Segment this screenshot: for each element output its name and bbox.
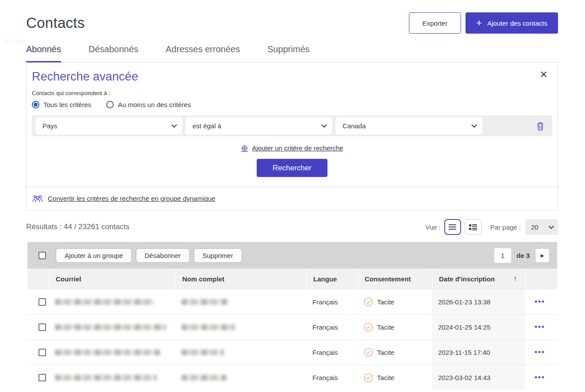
criteria-field-select[interactable]: Pays — [35, 117, 182, 135]
add-criterion-label: Ajouter un critère de recherche — [252, 144, 343, 152]
chevron-down-icon — [171, 122, 177, 128]
date-inscription-cell: 2023-11-15 17:40 — [432, 340, 525, 365]
redacted-email — [55, 350, 160, 355]
criteria-row: Pays est égal à Canada — [32, 115, 552, 136]
radio-all-label: Tous les critères — [43, 101, 91, 108]
top-bar: Contacts Exporter + Ajouter des contacts — [26, 0, 558, 34]
column-header-consentement[interactable]: Consentement — [358, 269, 432, 289]
convert-row: Convertir les critères de recherche en g… — [27, 187, 558, 210]
table-row: FrançaisTacite2024-01-25 14:25••• — [27, 314, 557, 339]
match-radio-group: Tous les critères Au moins un des critèr… — [32, 101, 552, 108]
add-criterion-row: ⊕ Ajouter un critère de recherche — [32, 144, 552, 152]
table-header-row: Courriel Nom complet Langue Consentement… — [27, 269, 557, 289]
criteria-value: Canada — [343, 122, 366, 130]
close-icon[interactable]: ✕ — [540, 70, 548, 80]
consent-check-icon — [364, 348, 373, 357]
match-label: Contacts qui correspondent à : — [32, 90, 552, 96]
redacted-email — [55, 324, 166, 330]
redacted-name — [181, 324, 235, 330]
redacted-name — [181, 350, 224, 355]
add-criterion-link[interactable]: ⊕ Ajouter un critère de recherche — [241, 144, 343, 152]
top-actions: Exporter + Ajouter des contacts — [409, 12, 558, 34]
redacted-name — [181, 299, 228, 305]
plus-icon: + — [476, 18, 482, 28]
langue-cell: Français — [306, 340, 358, 365]
per-page-value: 20 — [531, 223, 539, 231]
row-checkbox[interactable] — [38, 374, 46, 381]
langue-cell: Français — [306, 315, 358, 339]
page-number-input[interactable] — [494, 248, 511, 263]
langue-cell: Français — [306, 365, 358, 390]
column-header-date-inscription[interactable]: Date d'inscription ↑ — [432, 269, 525, 289]
list-view-icon — [449, 224, 456, 230]
list-view-button[interactable] — [444, 219, 461, 235]
search-button[interactable]: Rechercher — [257, 159, 327, 177]
radio-unselected-icon — [106, 101, 114, 108]
pagination: de 3 ▶ — [494, 248, 550, 263]
date-inscription-label: Date d'inscription — [439, 275, 495, 283]
column-header-langue[interactable]: Langue — [306, 269, 358, 289]
select-all-checkbox[interactable] — [38, 252, 46, 259]
per-page-select[interactable]: 20 — [525, 219, 558, 235]
page-total-label: de 3 — [516, 252, 530, 259]
results-summary: Résultats : 44 / 23261 contacts — [26, 223, 129, 231]
next-page-button[interactable]: ▶ — [535, 248, 550, 263]
row-checkbox[interactable] — [38, 349, 46, 356]
view-label: Vue : — [425, 223, 440, 231]
add-contacts-label: Ajouter des contacts — [487, 19, 547, 27]
tab-desabonnes[interactable]: Désabonnés — [89, 44, 138, 62]
table-toolbar: Ajouter à un groupe Désabonner Supprimer… — [27, 242, 557, 269]
tab-abonnes[interactable]: Abonnés — [26, 44, 61, 62]
header-actions-spacer — [525, 269, 557, 289]
contacts-page: 168 Mo Contacts Exporter + Ajouter des c… — [0, 0, 585, 392]
results-bar: Résultats : 44 / 23261 contacts Vue : Pa… — [26, 217, 558, 237]
tab-supprimes[interactable]: Supprimés — [267, 44, 310, 62]
tab-adresses-erronees[interactable]: Adresses erronées — [165, 44, 240, 62]
consent-label: Tacite — [377, 323, 394, 331]
row-checkbox[interactable] — [38, 323, 46, 331]
card-view-button[interactable] — [465, 219, 481, 235]
unsubscribe-button[interactable]: Désabonner — [136, 248, 190, 263]
faint-left-text: 168 Mo — [3, 37, 25, 45]
consent-label: Tacite — [377, 374, 394, 381]
row-checkbox[interactable] — [38, 298, 46, 306]
row-actions-button[interactable]: ••• — [531, 348, 545, 357]
chevron-down-icon — [321, 122, 327, 128]
criteria-operator-value: est égal à — [192, 122, 221, 130]
consent-cell: Tacite — [364, 373, 394, 382]
chevron-down-icon — [471, 122, 477, 128]
delete-button[interactable]: Supprimer — [194, 248, 242, 263]
radio-any-label: Au moins un des critères — [118, 101, 191, 108]
table-row: FrançaisTacite2023-03-02 14:43••• — [27, 365, 557, 390]
redacted-email — [55, 299, 154, 305]
radio-all-criteria[interactable]: Tous les critères — [32, 101, 91, 108]
add-to-group-button[interactable]: Ajouter à un groupe — [56, 248, 132, 263]
consent-check-icon — [364, 373, 373, 382]
convert-to-dynamic-group-link[interactable]: Convertir les critères de recherche en g… — [48, 195, 216, 202]
date-inscription-cell: 2023-03-02 14:43 — [432, 365, 525, 390]
column-header-courriel[interactable]: Courriel — [49, 269, 175, 289]
date-inscription-cell: 2024-01-25 14:25 — [432, 315, 525, 339]
column-header-nom-complet[interactable]: Nom complet — [175, 269, 306, 289]
trash-icon — [536, 122, 544, 131]
consent-label: Tacite — [377, 349, 394, 356]
radio-any-criteria[interactable]: Au moins un des critères — [106, 101, 191, 108]
row-actions-button[interactable]: ••• — [531, 323, 545, 331]
delete-criterion-button[interactable] — [536, 122, 544, 131]
page-title: Contacts — [26, 15, 85, 31]
row-actions-button[interactable]: ••• — [531, 373, 545, 382]
criteria-field-value: Pays — [42, 122, 57, 130]
redacted-name — [181, 375, 227, 380]
export-button[interactable]: Exporter — [409, 12, 462, 34]
row-actions-button[interactable]: ••• — [531, 297, 545, 306]
card-view-icon — [469, 224, 477, 231]
circle-plus-icon: ⊕ — [241, 144, 248, 152]
sort-ascending-icon: ↑ — [513, 275, 517, 283]
add-contacts-button[interactable]: + Ajouter des contacts — [466, 12, 558, 34]
criteria-operator-select[interactable]: est égal à — [185, 117, 332, 135]
advanced-search-panel: ✕ Recherche avancée Contacts qui corresp… — [26, 62, 558, 210]
contacts-table: Ajouter à un groupe Désabonner Supprimer… — [27, 242, 557, 390]
radio-selected-icon — [32, 101, 39, 108]
consent-cell: Tacite — [364, 297, 394, 307]
criteria-value-select[interactable]: Canada — [335, 117, 482, 135]
